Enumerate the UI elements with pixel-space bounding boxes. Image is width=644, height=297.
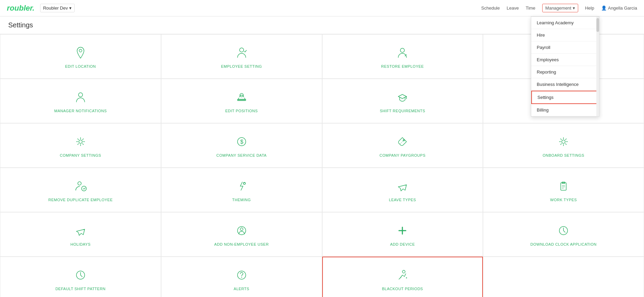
nav-leave[interactable]: Leave (507, 5, 519, 11)
user-name: Angella Garcia (608, 5, 637, 11)
plane-icon (394, 178, 411, 194)
hardhat-icon (233, 89, 250, 105)
target-person-icon (72, 178, 89, 194)
gear-icon (72, 133, 89, 150)
plane2-icon (72, 222, 89, 239)
cell-label: SHIFT REQUIREMENTS (380, 109, 425, 113)
clipboard-icon (555, 178, 572, 194)
cell-blackout-periods[interactable]: BLACKOUT PERIODS (322, 257, 483, 297)
nav-help[interactable]: Help (585, 5, 594, 11)
svg-point-0 (240, 48, 244, 52)
cell-work-types[interactable]: WORK TYPES (483, 168, 644, 212)
cell-add-non-employee[interactable]: ADD NON-EMPLOYEE USER (161, 212, 322, 257)
management-dropdown: Learning Academy Hire Payroll Employees … (531, 16, 599, 117)
dropdown-item-hire[interactable]: Hire (531, 29, 599, 41)
dropdown-item-learning[interactable]: Learning Academy (531, 17, 599, 29)
cell-company-settings[interactable]: COMPANY SETTINGS (0, 123, 161, 168)
cell-label: MANAGER NOTIFICATIONS (54, 109, 107, 113)
grid-row-3: COMPANY SETTINGS $ COMPANY SERVICE DATA … (0, 123, 644, 168)
dropdown-item-employees[interactable]: Employees (531, 54, 599, 66)
cell-label: ONBOARD SETTINGS (543, 153, 584, 157)
cell-alerts[interactable]: ALERTS (161, 257, 322, 297)
person-speed-icon (394, 267, 411, 283)
company-selector[interactable]: Roubler Dev ▾ (40, 4, 75, 12)
cell-company-service-data[interactable]: $ COMPANY SERVICE DATA (161, 123, 322, 168)
cell-label: THEMING (232, 198, 251, 202)
clock2-icon (72, 267, 89, 283)
cell-theming[interactable]: THEMING (161, 168, 322, 212)
theming-icon (233, 178, 250, 194)
cell-download-clock[interactable]: DOWNLOAD CLOCK APPLICATION (483, 212, 644, 257)
svg-point-1 (400, 48, 404, 52)
cell-default-shift[interactable]: DEFAULT SHIFT PATTERN (0, 257, 161, 297)
header-nav: Schedule Leave Time Management ▾ Help 👤 … (481, 4, 637, 12)
svg-point-4 (78, 93, 83, 97)
person-icon (72, 89, 89, 105)
svg-point-13 (82, 186, 86, 191)
cell-label: ADD NON-EMPLOYEE USER (214, 242, 269, 246)
cell-company-paygroups[interactable]: COMPANY PAYGROUPS (322, 123, 483, 168)
cell-remove-duplicate[interactable]: REMOVE DUPLICATE EMPLOYEE (0, 168, 161, 212)
cell-label: BLACKOUT PERIODS (382, 287, 423, 291)
cell-edit-location[interactable]: EDIT LOCATION (0, 34, 161, 79)
svg-point-21 (241, 277, 242, 277)
nav-schedule[interactable]: Schedule (481, 5, 500, 11)
cell-leave-types[interactable]: LEAVE TYPES (322, 168, 483, 212)
cell-restore-employee[interactable]: RESTORE EMPLOYEE (322, 34, 483, 79)
svg-point-17 (240, 228, 243, 231)
cell-label: LEAVE TYPES (389, 198, 416, 202)
dropdown-item-payroll[interactable]: Payroll (531, 41, 599, 54)
cell-label: WORK TYPES (550, 198, 577, 202)
tag-icon (394, 133, 411, 150)
location-icon (72, 44, 89, 61)
person-circle-icon (233, 222, 250, 239)
cell-label: DEFAULT SHIFT PATTERN (56, 287, 106, 291)
cell-label: HOLIDAYS (70, 242, 90, 246)
cell-label: COMPANY SETTINGS (60, 153, 101, 157)
cell-employee-setting[interactable]: EMPLOYEE SETTING (161, 34, 322, 79)
svg-point-7 (79, 140, 82, 143)
cell-label: RESTORE EMPLOYEE (381, 64, 424, 68)
user-icon: 👤 (601, 5, 607, 11)
cell-shift-requirements[interactable]: SHIFT REQUIREMENTS (322, 79, 483, 123)
header: roubler. Roubler Dev ▾ Schedule Leave Ti… (0, 0, 644, 16)
svg-text:$: $ (240, 139, 243, 145)
clock-icon (555, 222, 572, 239)
question-icon (233, 267, 250, 283)
chevron-down-icon: ▾ (573, 5, 575, 11)
dropdown-item-bi[interactable]: Business Intelligence (531, 78, 599, 91)
cell-edit-positions[interactable]: EDIT POSITIONS (161, 79, 322, 123)
cell-label: REMOVE DUPLICATE EMPLOYEE (48, 198, 113, 202)
cell-label: ADD DEVICE (390, 242, 415, 246)
cell-onboard-settings[interactable]: ONBOARD SETTINGS (483, 123, 644, 168)
cell-label: EDIT LOCATION (65, 64, 96, 68)
cell-label: ALERTS (234, 287, 250, 291)
grid-row-5: HOLIDAYS ADD NON-EMPLOYEE USER ADD DEVIC… (0, 212, 644, 257)
dropdown-item-billing[interactable]: Billing (531, 104, 599, 116)
cell-manager-notifications[interactable]: MANAGER NOTIFICATIONS (0, 79, 161, 123)
cell-empty-2 (483, 257, 644, 297)
grid-row-6: DEFAULT SHIFT PATTERN ALERTS (0, 257, 644, 297)
nav-management[interactable]: Management ▾ (542, 4, 578, 12)
dropdown-item-reporting[interactable]: Reporting (531, 66, 599, 78)
svg-point-22 (402, 270, 405, 273)
header-left: roubler. Roubler Dev ▾ (7, 4, 75, 13)
scrollbar-thumb (596, 18, 599, 32)
cell-label: EMPLOYEE SETTING (221, 64, 262, 68)
graduation-icon (394, 89, 411, 105)
chevron-down-icon: ▾ (69, 5, 72, 11)
cell-label: DOWNLOAD CLOCK APPLICATION (531, 242, 597, 246)
user-info: 👤 Angella Garcia (601, 5, 637, 11)
company-name: Roubler Dev (43, 5, 68, 11)
cell-holidays[interactable]: HOLIDAYS (0, 212, 161, 257)
grid-row-4: REMOVE DUPLICATE EMPLOYEE THEMING LEAVE … (0, 168, 644, 212)
nav-time[interactable]: Time (526, 5, 535, 11)
cell-add-device[interactable]: ADD DEVICE (322, 212, 483, 257)
svg-point-14 (243, 182, 245, 184)
dropdown-item-settings[interactable]: Settings (531, 91, 599, 104)
scrollbar[interactable] (596, 17, 599, 116)
logo: roubler. (7, 4, 35, 13)
svg-point-12 (78, 182, 81, 185)
restore-icon (394, 44, 411, 61)
cell-label: COMPANY PAYGROUPS (379, 153, 425, 157)
